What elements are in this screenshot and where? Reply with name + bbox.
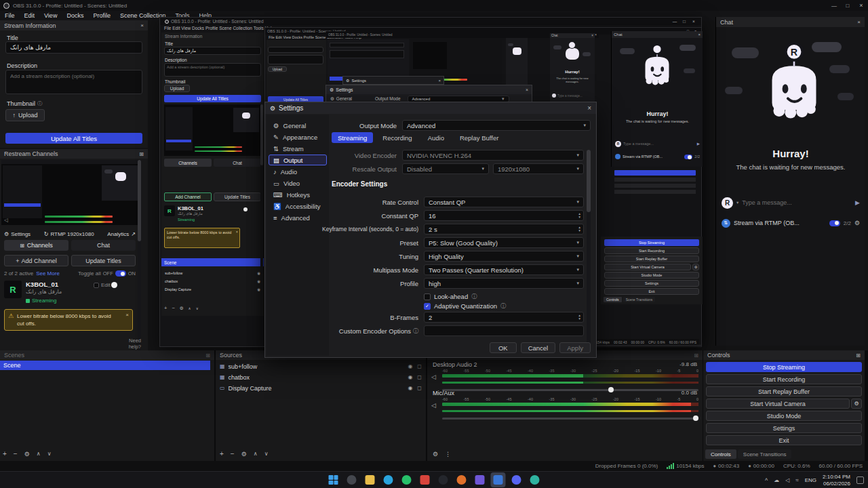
volume-slider-handle[interactable] xyxy=(693,415,698,421)
settings-scrollbar[interactable] xyxy=(587,150,591,344)
mic-icon[interactable]: ◁ xyxy=(431,402,436,409)
studio-mode-button[interactable]: Studio Mode xyxy=(604,272,699,279)
see-more-link[interactable]: See More xyxy=(36,270,60,277)
spin-down-icon[interactable]: ▾ xyxy=(578,216,580,219)
tab-streaming[interactable]: Streaming xyxy=(332,132,373,143)
send-icon[interactable]: ▶ xyxy=(697,142,700,146)
app-icon[interactable] xyxy=(418,472,433,487)
micro-input[interactable] xyxy=(268,55,323,64)
discord-icon[interactable] xyxy=(509,472,524,487)
nested-source-row[interactable]: Display Capture ◉ xyxy=(163,285,262,293)
add-scene-icon[interactable]: + xyxy=(3,450,7,458)
nav-accessibility[interactable]: ♿Accessibility xyxy=(269,201,327,211)
language-indicator[interactable]: ENG xyxy=(805,477,816,483)
cancel-button[interactable]: Cancel xyxy=(521,342,556,353)
tab-scene-transitions[interactable]: Scene Transitions xyxy=(623,297,656,302)
mixer-more-icon[interactable]: ⋮ xyxy=(445,451,451,458)
nav-output[interactable]: ▤Output xyxy=(269,155,327,165)
remove-scene-icon[interactable]: − xyxy=(14,450,18,458)
lock-icon[interactable]: ◻ xyxy=(417,363,422,369)
tab-chat[interactable]: Chat xyxy=(214,159,261,167)
eye-icon[interactable]: ◉ xyxy=(257,279,260,283)
menu-profile[interactable]: Profile xyxy=(88,12,115,19)
move-down-icon[interactable]: ∨ xyxy=(264,451,269,457)
edit-checkbox[interactable] xyxy=(94,283,99,288)
close-icon[interactable]: × xyxy=(438,79,441,83)
start-button[interactable] xyxy=(326,472,341,487)
send-icon[interactable]: ▶ xyxy=(855,199,860,206)
nested-scrollbar-thumb[interactable] xyxy=(260,104,263,165)
description-input[interactable]: Add a stream description (optional) xyxy=(164,63,261,77)
tab-controls[interactable]: Controls xyxy=(705,449,736,459)
bframes-stepper[interactable]: 2 ▴▾ xyxy=(424,312,584,323)
volume-slider[interactable] xyxy=(442,415,698,422)
spin-down-icon[interactable]: ▾ xyxy=(578,229,580,232)
start-recording-button[interactable]: Start Recording xyxy=(706,374,862,384)
nav-appearance[interactable]: ✎Appearance xyxy=(269,131,327,142)
tab-scene-transitions[interactable]: Scene Transitions xyxy=(738,449,792,459)
custom-options-input[interactable] xyxy=(424,325,584,336)
tab-replay-buffer[interactable]: Replay Buffer xyxy=(454,132,505,143)
nav-audio[interactable]: ♪Audio xyxy=(269,166,327,177)
update-all-titles-button[interactable]: Update All Titles xyxy=(164,95,261,102)
move-down-icon[interactable]: ∨ xyxy=(196,306,199,310)
close-icon[interactable]: × xyxy=(854,2,868,9)
small-chat-input[interactable]: Type a message... xyxy=(552,93,593,98)
preview-mute-icon[interactable]: ◁ xyxy=(4,217,8,223)
speaker-icon[interactable]: ◁ xyxy=(431,373,436,380)
nav-general[interactable]: ⚙General xyxy=(269,120,327,131)
app-icon[interactable] xyxy=(436,472,451,487)
panel-close-icon[interactable]: × xyxy=(140,22,144,28)
mixer-settings-icon[interactable]: ⚙ xyxy=(433,451,438,458)
chat-avatar[interactable]: R xyxy=(615,141,621,147)
stop-streaming-button[interactable]: Stop Streaming xyxy=(706,362,862,372)
start-recording-button[interactable]: Start Recording xyxy=(604,247,699,254)
dock-icon[interactable]: ⊞ xyxy=(205,352,210,359)
tab-audio[interactable]: Audio xyxy=(422,132,450,143)
title-input[interactable]: مارفل های رانک xyxy=(164,47,261,55)
virtual-camera-settings-icon[interactable]: ⚙ xyxy=(692,264,699,270)
settings-scrollbar-thumb[interactable] xyxy=(587,150,591,212)
notifications-icon[interactable] xyxy=(856,476,864,484)
minimize-icon[interactable]: — xyxy=(827,3,841,9)
lookahead-checkbox[interactable] xyxy=(424,293,431,300)
add-channel-button[interactable]: + Add Channel xyxy=(4,255,68,266)
onedrive-icon[interactable]: ☁ xyxy=(774,477,779,483)
studio-mode-button[interactable]: Studio Mode xyxy=(706,411,862,421)
move-up-icon[interactable]: ∧ xyxy=(189,306,191,310)
close-icon[interactable]: × xyxy=(689,19,698,24)
tab-controls[interactable]: Controls xyxy=(604,297,622,302)
eye-icon[interactable]: ◉ xyxy=(408,363,412,369)
source-row[interactable]: ▦chatbox ◉◻ xyxy=(217,372,425,382)
start-virtual-camera-button[interactable]: Start Virtual Camera xyxy=(604,264,691,270)
menu-file[interactable]: File xyxy=(0,12,20,19)
whatsapp-icon[interactable] xyxy=(399,472,414,487)
move-up-icon[interactable]: ∧ xyxy=(37,451,41,457)
ok-button[interactable]: OK xyxy=(490,342,517,353)
nested-channel-row[interactable]: R K3BOL_01 مارفل های رانک Streaming xyxy=(164,205,261,224)
close-icon[interactable]: × xyxy=(526,87,528,92)
tab-channels[interactable]: ⊞ Channels xyxy=(4,240,68,251)
search-icon[interactable] xyxy=(344,472,359,487)
nav-stream[interactable]: ⇅Stream xyxy=(269,143,327,154)
adaptive-quantization-checkbox[interactable]: ✓ xyxy=(424,303,431,310)
restream-settings-button[interactable]: ⚙ Settings xyxy=(4,231,31,237)
update-titles-button[interactable]: Update Titles xyxy=(214,192,261,201)
channel-edit[interactable]: Edit xyxy=(94,282,111,288)
start-virtual-camera-button[interactable]: Start Virtual Camera xyxy=(706,399,850,409)
maximize-icon[interactable]: □ xyxy=(841,3,854,9)
video-encoder-select[interactable]: NVIDIA NVENC H.264 xyxy=(402,150,584,161)
minimize-icon[interactable]: — xyxy=(670,19,679,24)
add-source-icon[interactable]: + xyxy=(220,450,224,458)
tray-expand-icon[interactable]: ^ xyxy=(765,477,768,484)
remove-source-icon[interactable]: − xyxy=(231,450,235,458)
gear-icon[interactable]: ⚙ xyxy=(180,306,184,311)
move-up-icon[interactable]: ∧ xyxy=(254,451,258,457)
keyframe-interval-stepper[interactable]: 2 s ▴▾ xyxy=(424,224,584,235)
nav-video[interactable]: ▭Video xyxy=(269,178,327,188)
lock-icon[interactable]: ◻ xyxy=(417,374,422,380)
nested-source-row[interactable]: sub+follow ◉ xyxy=(163,269,262,277)
menu-view[interactable]: View xyxy=(39,12,62,19)
maximize-icon[interactable]: □ xyxy=(679,19,689,24)
nav-advanced[interactable]: ≡Advanced xyxy=(269,212,327,223)
